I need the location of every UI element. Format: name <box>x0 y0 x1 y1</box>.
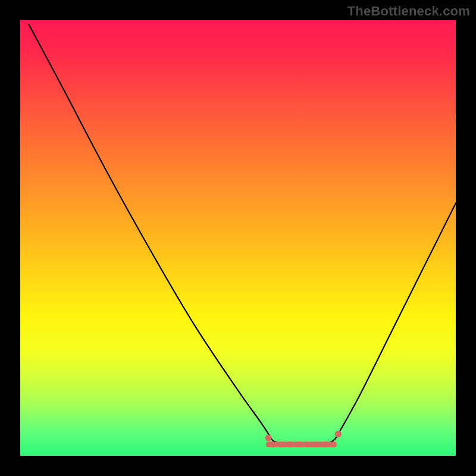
curve-end-marker-right <box>335 431 342 437</box>
bottleneck-curve <box>29 24 456 445</box>
watermark-text: TheBottleneck.com <box>347 4 470 19</box>
flat-region-markers <box>268 441 337 447</box>
flat-region-dot <box>314 441 320 447</box>
chart-frame: TheBottleneck.com <box>0 0 476 476</box>
curve-layer <box>20 20 456 456</box>
flat-region-dot <box>331 441 337 447</box>
plot-area <box>20 20 456 456</box>
flat-region-dot <box>278 441 284 447</box>
curve-end-marker-left <box>265 435 272 441</box>
flat-region-dot <box>287 441 293 447</box>
flat-region-dot <box>270 441 276 447</box>
flat-region-dot <box>322 441 328 447</box>
flat-region-dot <box>296 441 302 447</box>
flat-region-dot <box>305 441 311 447</box>
